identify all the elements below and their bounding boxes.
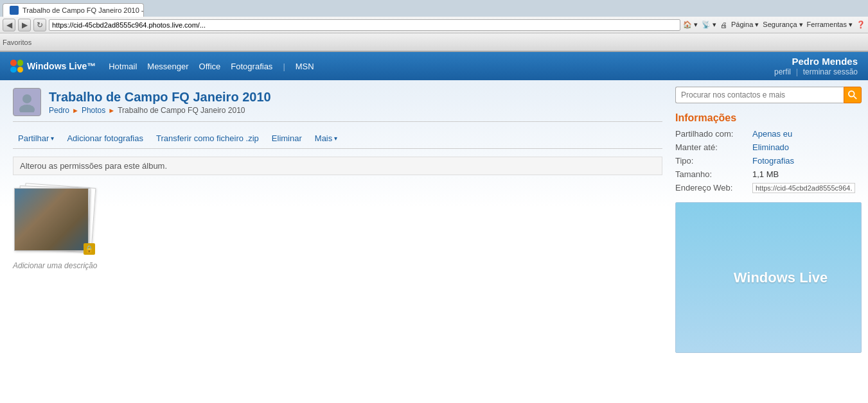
wl-ad-text: Windows Live <box>734 270 828 286</box>
album-title-area: Trabalho de Campo FQ Janeiro 2010 Pedro … <box>49 90 271 115</box>
info-label-2: Tipo: <box>675 156 752 166</box>
nav-msn[interactable]: MSN <box>296 62 314 71</box>
favorites-label: Favoritos <box>3 39 31 46</box>
breadcrumb: Pedro ► Photos ► Trabalho de Campo FQ Ja… <box>49 106 271 115</box>
info-value-0: Apenas eu <box>752 129 792 139</box>
partilhar-arrow: ▾ <box>51 135 54 142</box>
notification-message: Alterou as permissões para este álbum. <box>20 161 167 171</box>
info-row-1: Manter até: Eliminado <box>675 142 862 152</box>
refresh-button[interactable]: ↻ <box>33 19 46 31</box>
wl-user: Pedro Mendes perfil | terminar sessão <box>774 56 858 76</box>
breadcrumb-arrow-2: ► <box>108 107 115 114</box>
web-address-input[interactable] <box>752 183 855 193</box>
user-links: perfil | terminar sessão <box>774 67 858 76</box>
user-avatar <box>13 88 41 116</box>
breadcrumb-arrow-1: ► <box>72 107 79 114</box>
user-links-sep: | <box>796 67 801 76</box>
transferir-button[interactable]: Transferir como ficheiro .zip <box>151 132 264 144</box>
lock-icon: 🔒 <box>84 243 95 255</box>
info-value-2: Fotografias <box>752 156 794 166</box>
forward-button[interactable]: ▶ <box>18 19 31 31</box>
info-link-1[interactable]: Eliminado <box>752 142 789 152</box>
wl-logo[interactable]: Windows Live™ <box>10 60 96 73</box>
tab-favicon <box>10 6 19 15</box>
info-row-2: Tipo: Fotografias <box>675 156 862 166</box>
info-value-1: Eliminado <box>752 142 789 152</box>
wl-ad-content: Windows Live <box>709 269 828 287</box>
eliminar-button[interactable]: Eliminar <box>267 132 307 144</box>
content-area: Trabalho de Campo FQ Janeiro 2010 Pedro … <box>0 80 675 403</box>
wl-header: Windows Live™ Hotmail Messenger Office F… <box>0 52 868 80</box>
active-tab[interactable]: Trabalho de Campo FQ Janeiro 2010 - Wind… <box>3 3 144 17</box>
action-toolbar: Partilhar ▾ Adicionar fotografias Transf… <box>13 128 662 149</box>
print-button[interactable]: 🖨 <box>720 21 727 29</box>
help-button[interactable]: ❓ <box>856 21 865 29</box>
tools-menu[interactable]: Ferramentas ▾ <box>807 21 853 29</box>
info-link-2[interactable]: Fotografias <box>752 156 794 166</box>
info-panel: Informações Partilhado com: Apenas eu Ma… <box>675 112 862 193</box>
info-label-3: Tamanho: <box>675 169 752 179</box>
nav-office[interactable]: Office <box>199 62 221 71</box>
user-name: Pedro Mendes <box>774 56 858 67</box>
wl-ad-panel: Windows Live <box>675 202 862 353</box>
favorites-bar: Favoritos <box>0 33 868 51</box>
address-bar: ◀ ▶ ↻ 🏠 ▾ 📡 ▾ 🖨 Página ▾ Segurança ▾ Fer… <box>0 17 868 33</box>
svg-point-2 <box>849 91 855 97</box>
info-label-4: Endereço Web: <box>675 183 752 193</box>
wl-nav: Hotmail Messenger Office Fotografias | M… <box>109 62 314 71</box>
adicionar-button[interactable]: Adicionar fotografias <box>62 132 148 144</box>
search-box <box>675 87 862 103</box>
album-header: Trabalho de Campo FQ Janeiro 2010 Pedro … <box>13 80 662 122</box>
photo-stack[interactable]: 🔒 <box>14 185 96 256</box>
security-menu[interactable]: Segurança ▾ <box>763 21 802 29</box>
photo-grid: 🔒 Adicionar uma descrição <box>13 185 662 270</box>
svg-point-0 <box>22 94 31 103</box>
breadcrumb-parent[interactable]: Photos <box>82 106 105 115</box>
breadcrumb-root[interactable]: Pedro <box>49 106 69 115</box>
main-container: Trabalho de Campo FQ Janeiro 2010 Pedro … <box>0 80 868 403</box>
photo-thumbnail <box>15 189 88 250</box>
wl-ad-flag-icon <box>709 269 727 287</box>
browser-toolbar-right: 🏠 ▾ 📡 ▾ 🖨 Página ▾ Segurança ▾ Ferrament… <box>683 21 865 29</box>
back-button[interactable]: ◀ <box>3 19 15 31</box>
sidebar: Informações Partilhado com: Apenas eu Ma… <box>675 80 868 403</box>
info-link-0[interactable]: Apenas eu <box>752 129 792 139</box>
svg-point-1 <box>19 105 35 112</box>
address-input[interactable] <box>49 19 680 31</box>
perfil-link[interactable]: perfil <box>774 67 791 76</box>
nav-fotografias[interactable]: Fotografias <box>231 62 272 71</box>
info-row-3: Tamanho: 1,1 MB <box>675 169 862 179</box>
nav-separator: | <box>283 62 285 71</box>
search-button[interactable] <box>844 87 862 103</box>
photo-front[interactable] <box>14 188 89 251</box>
notification-bar: Alterou as permissões para este álbum. <box>13 157 662 175</box>
info-value-3: 1,1 MB <box>752 169 779 179</box>
info-label-1: Manter até: <box>675 142 752 152</box>
wl-logo-text: Windows Live™ <box>27 61 96 71</box>
info-row-4: Endereço Web: <box>675 183 862 193</box>
windows-flag-icon <box>10 60 23 73</box>
info-row-0: Partilhado com: Apenas eu <box>675 129 862 139</box>
search-input[interactable] <box>675 87 844 103</box>
photo-caption[interactable]: Adicionar uma descrição <box>13 261 97 270</box>
info-value-4 <box>752 183 855 193</box>
partilhar-button[interactable]: Partilhar ▾ <box>13 132 59 144</box>
album-title: Trabalho de Campo FQ Janeiro 2010 <box>49 90 271 105</box>
search-icon <box>848 90 857 99</box>
nav-hotmail[interactable]: Hotmail <box>109 62 137 71</box>
info-label-0: Partilhado com: <box>675 129 752 139</box>
tab-bar: Trabalho de Campo FQ Janeiro 2010 - Wind… <box>0 0 868 17</box>
photo-item: 🔒 Adicionar uma descrição <box>13 185 97 270</box>
home-button[interactable]: 🏠 ▾ <box>683 21 698 29</box>
terminar-sessao-link[interactable]: terminar sessão <box>803 67 858 76</box>
rss-button[interactable]: 📡 ▾ <box>702 21 716 29</box>
avatar-icon <box>17 92 37 112</box>
page-menu[interactable]: Página ▾ <box>731 21 759 29</box>
tab-title: Trabalho de Campo FQ Janeiro 2010 - Wind… <box>22 6 144 14</box>
wl-ad-logo-text: Windows Live <box>734 270 828 286</box>
nav-messenger[interactable]: Messenger <box>147 62 188 71</box>
mais-button[interactable]: Mais ▾ <box>310 132 342 144</box>
breadcrumb-current: Trabalho de Campo FQ Janeiro 2010 <box>118 106 245 115</box>
info-title: Informações <box>675 112 862 124</box>
svg-line-3 <box>854 96 856 99</box>
